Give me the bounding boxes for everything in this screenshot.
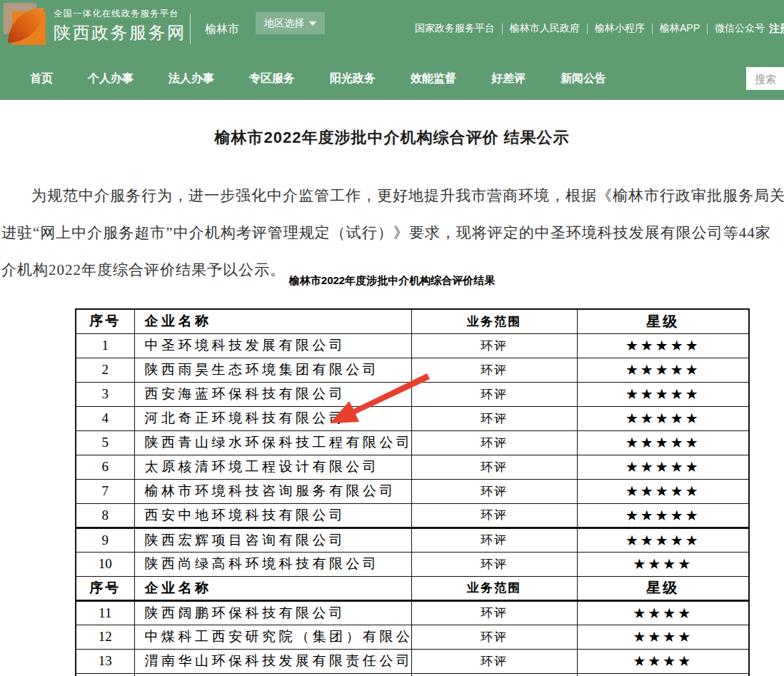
nav-item[interactable]: 效能监督 <box>411 71 456 86</box>
business-scope-cell: 环评 <box>411 625 577 649</box>
nav-item[interactable]: 好差评 <box>491 71 526 86</box>
evaluation-results-table: 序号企业名称业务范围星级1中圣环境科技发展有限公司环评★★★★★2陕西雨昊生态环… <box>75 308 750 676</box>
row-number-cell: 2 <box>76 358 134 382</box>
star-rating-cell: ★★★★ <box>577 625 749 649</box>
column-header: 序号 <box>76 309 134 333</box>
nav-item[interactable]: 首页 <box>30 71 53 86</box>
table-row: 6太原核清环境工程设计有限公司环评★★★★★ <box>76 455 749 479</box>
table-row: 9陕西宏辉项目咨询有限公司环评★★★★★ <box>76 528 749 552</box>
notice-document: 榆林市2022年度涉批中介机构综合评价 结果公示 为规范中介服务行为，进一步强化… <box>0 100 784 676</box>
table-row: 2陕西雨昊生态环境集团有限公司环评★★★★★ <box>76 358 749 382</box>
table-row: 8西安中地环境科技有限公司环评★★★★★ <box>76 503 749 528</box>
star-rating-cell: ★★★★★ <box>577 455 749 479</box>
paragraph-line: 进驻“网上中介服务超市”中介机构考评管理规定（试行）》要求，现将评定的中圣环境科… <box>1 214 784 251</box>
page-title: 榆林市2022年度涉批中介机构综合评价 结果公示 <box>0 127 784 148</box>
business-scope-cell: 环评 <box>411 479 577 503</box>
brand-platform-line: 全国一体化在线政务服务平台 <box>54 6 186 21</box>
empty-cell <box>411 673 577 676</box>
business-scope-cell: 环评 <box>411 503 577 528</box>
row-number-cell: 8 <box>76 503 134 528</box>
table-caption: 榆林市2022年度涉批中介机构综合评价结果 <box>0 274 784 288</box>
company-name-cell: 陕西雨昊生态环境集团有限公司 <box>134 358 411 382</box>
company-name-cell: 中圣环境科技发展有限公司 <box>134 333 411 358</box>
star-rating-cell: ★★★★★ <box>577 358 749 382</box>
table-row: 1中圣环境科技发展有限公司环评★★★★★ <box>76 333 749 358</box>
business-scope-cell: 环评 <box>411 552 577 576</box>
register-link[interactable]: 注册 <box>769 22 784 36</box>
star-rating-cell: ★★★★ <box>577 649 749 673</box>
row-number-cell: 9 <box>76 528 134 552</box>
business-scope-cell: 环评 <box>411 358 577 382</box>
company-name-cell: 太原核清环境工程设计有限公司 <box>134 455 411 479</box>
star-rating-cell: ★★★★★ <box>577 528 749 552</box>
header-link[interactable]: 榆林市人民政府 <box>503 22 587 35</box>
nav-item[interactable]: 新闻公告 <box>561 71 606 86</box>
header-link[interactable]: 榆林APP <box>653 22 707 35</box>
header-top-row: 全国一体化在线政务服务平台 陕西政务服务网 榆林市 地区选择 国家政务服务平台榆… <box>0 0 784 57</box>
table-row: 11陕西阔鹏环保科技有限公司环评★★★★ <box>76 600 749 625</box>
company-name-cell: 中煤科工西安研究院（集团）有限公司 <box>134 625 411 649</box>
table-header-row: 序号企业名称业务范围星级 <box>76 576 749 600</box>
company-name-cell: 西安海蓝环保科技有限公司 <box>134 382 411 406</box>
search-input[interactable] <box>746 67 784 90</box>
business-scope-cell: 环评 <box>411 455 577 479</box>
star-rating-cell: ★★★★★ <box>577 479 749 503</box>
business-scope-cell: 环评 <box>411 333 577 358</box>
column-header: 星级 <box>577 309 749 333</box>
star-rating-cell: ★★★★ <box>577 600 749 625</box>
star-rating-cell: ★★★★ <box>577 552 749 576</box>
company-name-cell: 陕西青山绿水环保科技工程有限公司 <box>134 430 411 455</box>
header-link[interactable]: 国家政务服务平台 <box>415 22 502 35</box>
column-header: 序号 <box>76 576 134 600</box>
table-row: 7榆林市环境科技咨询服务有限公司环评★★★★★ <box>76 479 749 503</box>
brand-text: 全国一体化在线政务服务平台 陕西政务服务网 <box>54 6 186 45</box>
header-link[interactable]: 榆林小程序 <box>588 22 652 35</box>
company-name-cell: 西安中地环境科技有限公司 <box>134 503 411 528</box>
current-city-label: 榆林市 <box>205 22 239 37</box>
table-row: 5陕西青山绿水环保科技工程有限公司环评★★★★★ <box>76 430 749 455</box>
header-link[interactable]: 微信公众号 <box>708 22 772 35</box>
company-name-cell: 河北奇正环境科技有限公司 <box>134 406 411 430</box>
empty-cell <box>134 673 411 676</box>
brand-site-name: 陕西政务服务网 <box>54 21 186 45</box>
site-header: 全国一体化在线政务服务平台 陕西政务服务网 榆林市 地区选择 国家政务服务平台榆… <box>0 0 784 100</box>
row-number-cell: 11 <box>76 600 134 625</box>
table-row: 4河北奇正环境科技有限公司环评★★★★★ <box>76 406 749 430</box>
table-header-row: 序号企业名称业务范围星级 <box>76 309 749 333</box>
chevron-down-icon <box>309 21 316 26</box>
row-number-cell: 4 <box>76 406 134 430</box>
nav-items: 首页个人办事法人办事专区服务阳光政务效能监督好差评新闻公告 <box>30 57 606 100</box>
nav-item[interactable]: 专区服务 <box>249 71 295 86</box>
table-row: 12中煤科工西安研究院（集团）有限公司环评★★★★ <box>76 625 749 649</box>
table-row: 13渭南华山环保科技发展有限责任公司环评★★★★ <box>76 649 749 673</box>
region-select-button[interactable]: 地区选择 <box>256 12 325 34</box>
empty-cell <box>76 673 134 676</box>
company-name-cell: 陕西宏辉项目咨询有限公司 <box>134 528 411 552</box>
company-name-cell: 陕西阔鹏环保科技有限公司 <box>134 600 411 625</box>
notice-paragraph: 为规范中介服务行为，进一步强化中介监管工作，更好地提升我市营商环境，根据《榆林市… <box>1 177 784 288</box>
star-rating-cell: ★★★★★ <box>577 382 749 406</box>
paragraph-line: 为规范中介服务行为，进一步强化中介监管工作，更好地提升我市营商环境，根据《榆林市… <box>1 177 784 214</box>
nav-item[interactable]: 法人办事 <box>169 71 214 86</box>
column-header: 业务范围 <box>411 576 577 600</box>
business-scope-cell: 环评 <box>411 528 577 552</box>
main-nav: 首页个人办事法人办事专区服务阳光政务效能监督好差评新闻公告 <box>0 57 784 100</box>
table-row <box>76 673 749 676</box>
column-header: 企业名称 <box>134 576 411 600</box>
row-number-cell: 3 <box>76 382 134 406</box>
business-scope-cell: 环评 <box>411 600 577 625</box>
site-logo <box>4 3 46 46</box>
company-name-cell: 榆林市环境科技咨询服务有限公司 <box>134 479 411 503</box>
region-select-label: 地区选择 <box>264 17 304 30</box>
company-name-cell: 陕西尚绿高科环境科技有限公司 <box>134 552 411 576</box>
business-scope-cell: 环评 <box>411 649 577 673</box>
nav-item[interactable]: 个人办事 <box>88 71 134 86</box>
business-scope-cell: 环评 <box>411 382 577 406</box>
nav-item[interactable]: 阳光政务 <box>330 71 376 86</box>
business-scope-cell: 环评 <box>411 406 577 430</box>
company-name-cell: 渭南华山环保科技发展有限责任公司 <box>134 649 411 673</box>
empty-cell <box>577 673 749 676</box>
row-number-cell: 10 <box>76 552 134 576</box>
row-number-cell: 7 <box>76 479 134 503</box>
row-number-cell: 6 <box>76 455 134 479</box>
